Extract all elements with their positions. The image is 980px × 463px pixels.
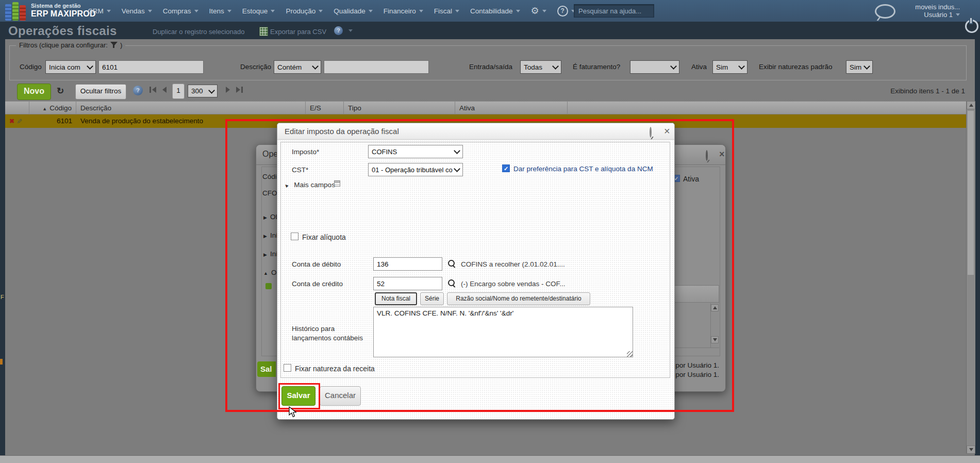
filter-ativa-select[interactable]: Sim xyxy=(712,60,748,74)
fixar-natureza-checkbox[interactable] xyxy=(284,364,291,372)
chevron-down-icon xyxy=(454,147,460,154)
scroll-up-button[interactable] xyxy=(967,101,975,109)
filter-exibir-select[interactable]: Sim xyxy=(846,60,873,74)
save-button-fragment[interactable]: Sal xyxy=(257,361,276,377)
menu-help[interactable]: ? xyxy=(557,6,575,16)
logo-bar-green xyxy=(12,2,19,21)
triangle-right-icon: ▶ xyxy=(263,234,267,239)
menu-compras[interactable]: Compras xyxy=(163,7,198,15)
cancelar-button[interactable]: Cancelar xyxy=(320,386,361,406)
filter-funnel-icon xyxy=(110,42,118,48)
scroll-down-button[interactable] xyxy=(967,445,975,454)
help-icon[interactable]: ? xyxy=(334,26,343,35)
chevron-down-icon xyxy=(454,166,460,172)
pager-prev-button[interactable] xyxy=(162,87,167,93)
menu-financeiro[interactable]: Financeiro xyxy=(384,7,423,15)
salvar-button[interactable]: Salvar xyxy=(281,386,315,406)
close-icon[interactable]: × xyxy=(664,126,670,136)
conta-debito-input[interactable] xyxy=(373,257,442,271)
menu-producao[interactable]: Produção xyxy=(286,7,323,15)
conta-debito-desc: COFINS a recolher (2.01.02.01.... xyxy=(461,260,565,268)
topbar: Sistema de gestão ERP MAXIPROD CRM Venda… xyxy=(0,0,980,22)
grid-header: ▲Código Descrição E/S Tipo Ativa xyxy=(5,101,966,114)
chevron-down-icon xyxy=(542,10,546,12)
menu-settings[interactable]: ⚙ xyxy=(531,6,546,15)
ncm-preference-checkbox[interactable]: ✓ xyxy=(502,164,510,172)
dialog-grid-scrollbar[interactable] xyxy=(710,303,719,348)
edit-pencil-icon[interactable]: ✎ xyxy=(12,119,26,124)
resize-grip-icon[interactable] xyxy=(627,351,633,357)
triangle-up-icon xyxy=(969,104,973,107)
expander-collapsed[interactable]: ▶Ini xyxy=(263,250,277,258)
bar-icon xyxy=(150,87,151,93)
comment-bubble-icon[interactable] xyxy=(650,127,652,138)
triangle-expand-icon: ▲ xyxy=(283,181,290,189)
table-grid-icon[interactable] xyxy=(334,180,340,187)
page-number-box[interactable]: 1 xyxy=(172,84,185,99)
refresh-icon[interactable]: ↻ xyxy=(57,86,64,96)
scroll-thumb[interactable] xyxy=(967,110,974,275)
menu-contabilidade[interactable]: Contabilidade xyxy=(470,7,520,15)
imposto-select[interactable]: COFINS xyxy=(368,145,463,158)
token-serie-button[interactable]: Série xyxy=(420,292,444,305)
feedback-bubble-icon[interactable] xyxy=(875,4,895,19)
menu-estoque[interactable]: Estoque xyxy=(242,7,275,15)
scroll-down-button[interactable] xyxy=(711,336,719,343)
fixar-aliquota-checkbox[interactable] xyxy=(291,233,298,240)
menu-qualidade[interactable]: Qualidade xyxy=(334,7,373,15)
filter-entrada-select[interactable]: Todas xyxy=(520,60,561,74)
ativa-label: Ativa xyxy=(683,175,699,183)
grid-header-tipo[interactable]: Tipo xyxy=(344,102,455,114)
cst-select[interactable]: 01 - Operação tributável com alíc xyxy=(368,163,463,176)
modal-titlebar[interactable]: Editar imposto da operação fiscal × xyxy=(277,123,674,140)
page-size-select[interactable]: 300 xyxy=(188,85,218,97)
pager-first-button[interactable] xyxy=(150,87,156,93)
export-csv-link[interactable]: Exportar para CSV xyxy=(270,28,326,36)
filter-codigo-operator-select[interactable]: Inicia com xyxy=(45,60,96,74)
search-input[interactable] xyxy=(574,4,654,18)
comment-bubble-icon[interactable] xyxy=(706,150,708,161)
csv-export-icon xyxy=(259,27,268,36)
conta-credito-input[interactable] xyxy=(373,277,442,290)
expander-collapsed[interactable]: ▶Ini xyxy=(263,231,277,239)
cell-codigo: 6101 xyxy=(29,114,76,128)
menu-vendas[interactable]: Vendas xyxy=(122,7,152,15)
grid-header-ativa[interactable]: Ativa xyxy=(455,102,568,114)
help-icon[interactable]: ? xyxy=(133,86,143,95)
token-razao-social-button[interactable]: Razão social/Nome do remetente/destinatá… xyxy=(447,292,590,305)
mais-campos-expander[interactable]: ▲ Mais campos xyxy=(284,180,335,189)
maxiprod-logo-icon[interactable] xyxy=(5,2,27,23)
user-menu[interactable]: moveis indus... Usuário 1 xyxy=(897,3,960,19)
logout-power-icon[interactable] xyxy=(965,20,978,33)
add-icon[interactable] xyxy=(265,283,272,289)
filter-descricao-input[interactable] xyxy=(324,60,429,74)
menu-itens[interactable]: Itens xyxy=(209,7,231,15)
close-icon[interactable]: × xyxy=(719,150,725,158)
grid-header-descricao[interactable]: Descrição xyxy=(76,102,306,114)
account-name: moveis indus... xyxy=(897,3,960,11)
menu-fiscal[interactable]: Fiscal xyxy=(434,7,459,15)
pager-next-button[interactable] xyxy=(226,87,230,93)
token-nota-fiscal-button[interactable]: Nota fiscal xyxy=(375,292,417,305)
filter-descricao-operator-select[interactable]: Contém xyxy=(274,60,321,74)
scroll-up-button[interactable] xyxy=(711,304,719,311)
filter-faturamento-select[interactable] xyxy=(630,60,679,74)
historico-textarea[interactable]: VLR. COFINS CFE. N/NF. N. '&nf'/'&ns' '&… xyxy=(373,307,633,357)
grid-scrollbar[interactable] xyxy=(966,101,975,454)
novo-button[interactable]: Novo xyxy=(17,84,51,100)
filters-legend[interactable]: Filtros (clique para configurar: ) xyxy=(16,41,125,49)
modal-title: Editar imposto da operação fiscal xyxy=(285,127,399,136)
grid-header-icons xyxy=(5,102,29,114)
filter-codigo-input[interactable] xyxy=(98,60,204,74)
logo-bar-red xyxy=(20,5,26,21)
grid-header-es[interactable]: E/S xyxy=(306,102,344,114)
duplicate-record-link[interactable]: Duplicar o registro selecionado xyxy=(153,28,244,36)
chevron-down-icon[interactable] xyxy=(348,29,353,32)
bar-icon xyxy=(241,87,243,93)
hide-filters-button[interactable]: Ocultar filtros xyxy=(75,84,126,100)
pager-last-button[interactable] xyxy=(236,87,243,93)
menu-crm[interactable]: CRM xyxy=(88,7,111,15)
grid-header-codigo[interactable]: ▲Código xyxy=(29,102,76,114)
filter-ativa-label: Ativa xyxy=(691,60,707,74)
logo-text[interactable]: Sistema de gestão ERP MAXIPROD xyxy=(31,3,96,18)
